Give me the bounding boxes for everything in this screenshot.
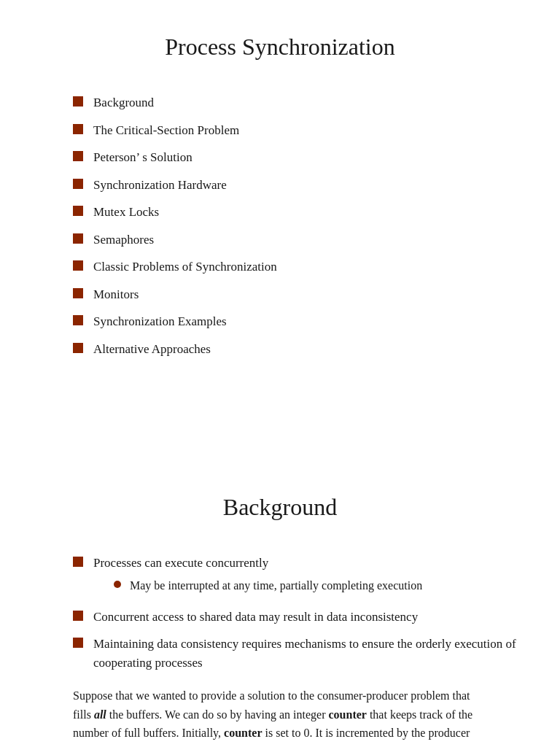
bullet-square-2 (73, 611, 83, 621)
list-item: Background (73, 93, 516, 112)
slide-1: Process Synchronization Background The C… (44, 29, 516, 358)
bullet-icon-9 (73, 315, 83, 325)
bullet-icon-5 (73, 206, 83, 216)
slide-2-list: Processes can execute concurrently May b… (73, 554, 516, 672)
slide-spacer (44, 402, 516, 489)
bullet-icon-8 (73, 288, 83, 298)
list-item: Monitors (73, 285, 516, 304)
list-item: Semaphores (73, 231, 516, 249)
slide-2: Background Processes can execute concurr… (44, 489, 516, 747)
bullet-content-1: Processes can execute concurrently May b… (93, 554, 422, 599)
bullet-icon-6 (73, 233, 83, 244)
slide-1-title: Process Synchronization (44, 29, 516, 64)
list-item: Alternative Approaches (73, 340, 516, 359)
sub-list-1: May be interrupted at any time, partiall… (114, 577, 422, 595)
bullet-icon-10 (73, 343, 83, 353)
slide-1-list: Background The Critical-Section Problem … (73, 93, 516, 358)
list-item: Synchronization Examples (73, 312, 516, 331)
bullet-icon-7 (73, 260, 83, 271)
list-item: Mutex Locks (73, 203, 516, 222)
list-item-processes: Processes can execute concurrently May b… (73, 554, 516, 599)
list-item-maintaining: Maintaining data consistency requires me… (73, 635, 516, 672)
bullet-icon-3 (73, 151, 83, 161)
bullet-icon-2 (73, 124, 83, 134)
slide-2-title: Background (44, 489, 516, 525)
circle-bullet-1 (114, 581, 121, 588)
background-paragraph: Suppose that we wanted to provide a solu… (73, 686, 487, 747)
list-item: The Critical-Section Problem (73, 121, 516, 140)
list-item: Classic Problems of Synchronization (73, 258, 516, 276)
bullet-square-1 (73, 557, 83, 567)
bullet-square-3 (73, 638, 83, 648)
list-item: Synchronization Hardware (73, 176, 516, 195)
list-item-concurrent: Concurrent access to shared data may res… (73, 608, 516, 627)
bullet-icon-4 (73, 179, 83, 189)
bullet-icon-1 (73, 96, 83, 107)
sub-list-item: May be interrupted at any time, partiall… (114, 577, 422, 595)
list-item: Peterson’ s Solution (73, 148, 516, 167)
